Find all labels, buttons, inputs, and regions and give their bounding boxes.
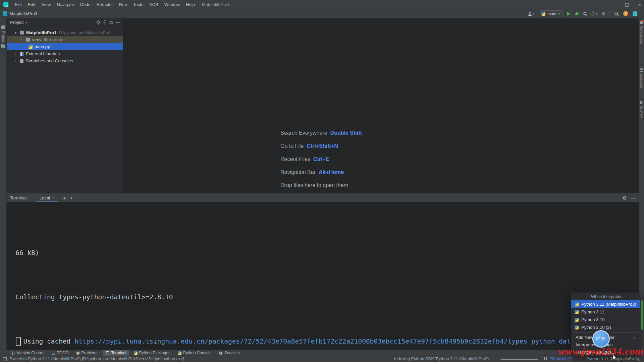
minimize-tool-window-button[interactable]: —: [631, 195, 636, 200]
project-tab[interactable]: MatplotlibPro3: [0, 11, 37, 16]
terminal-output[interactable]: 66 kB) Collecting types-python-dateutil>…: [7, 202, 639, 350]
services-toolwindow-button[interactable]: Services: [216, 350, 243, 356]
project-stripe-button[interactable]: Project: [0, 25, 6, 48]
hint-shortcut-link[interactable]: Alt+Home: [319, 169, 344, 175]
interpreter-option[interactable]: Python 3.10: [571, 316, 640, 323]
services-icon: [219, 351, 223, 355]
menu-item[interactable]: Refactor: [94, 0, 116, 9]
menu-item[interactable]: Code: [77, 0, 94, 9]
maximize-button[interactable]: □: [625, 2, 629, 7]
project-panel-title[interactable]: Project: [10, 20, 23, 25]
locate-file-button[interactable]: [96, 20, 101, 24]
menu-item[interactable]: File: [12, 0, 25, 9]
menu-item[interactable]: Edit: [25, 0, 38, 9]
status-switch-hint[interactable]: Switch to Python 3.11 (MatplotlibPro3) […: [10, 357, 184, 361]
update-available-icon[interactable]: ↑: [623, 11, 628, 16]
collapsed-chevron-icon: ›: [15, 59, 20, 63]
terminal-icon: [106, 351, 109, 355]
pycharm-window: FileEditViewNavigateCodeRefactorRunTools…: [0, 0, 644, 362]
hide-panel-button[interactable]: —: [115, 20, 120, 25]
pause-indexing-icon[interactable]: [544, 357, 547, 360]
menu-item[interactable]: Help: [183, 0, 198, 9]
database-icon: [640, 68, 643, 72]
project-stripe-label: Project: [1, 31, 5, 43]
collapsed-chevron-icon: ›: [21, 38, 26, 42]
toolbar-separator: [609, 11, 610, 16]
run-configuration-label: main: [547, 11, 556, 16]
interpreter-option-selected[interactable]: Python 3.11 (MatplotlibPro3): [571, 300, 640, 308]
python-file-icon: [28, 45, 33, 49]
code-with-me-button[interactable]: ▾: [528, 12, 535, 16]
editor-area: Search EverywhereDouble Shift Go to File…: [123, 18, 639, 195]
run-button[interactable]: [567, 12, 570, 16]
project-tab-label: MatplotlibPro3: [9, 11, 37, 16]
stop-button[interactable]: [602, 12, 605, 15]
gear-icon[interactable]: [109, 20, 113, 24]
tree-item-venv[interactable]: › venv library root: [7, 36, 123, 43]
submenu-arrow-icon: ›: [634, 335, 635, 340]
menu-item[interactable]: Tools: [130, 0, 146, 9]
main-toolbar: MatplotlibPro3 ▾ main ▾ C: [0, 9, 644, 18]
menu-item[interactable]: Window: [161, 0, 183, 9]
debug-button[interactable]: [575, 11, 579, 16]
interpreter-option[interactable]: Python 3.10 (2): [571, 323, 640, 331]
notifications-stripe-button[interactable]: Notifications: [639, 21, 644, 44]
tree-item-main-py[interactable]: main.py: [7, 43, 123, 50]
menu-item[interactable]: Navigate: [54, 0, 77, 9]
tree-item-scratches[interactable]: › Scratches and Consoles: [7, 57, 123, 64]
user-icon: [528, 12, 532, 16]
menu-item[interactable]: Run: [116, 0, 130, 9]
python-packages-toolwindow-button[interactable]: Python Packages: [131, 350, 173, 356]
terminal-link[interactable]: https://pypi.tuna.tsinghua.edu.cn/packag…: [74, 338, 626, 345]
collapse-all-button[interactable]: [103, 20, 107, 24]
hint-shortcut-link[interactable]: Double Shift: [330, 130, 362, 136]
terminal-tab-local[interactable]: Local ×: [37, 193, 58, 202]
problems-icon: [76, 351, 80, 355]
sciview-stripe-button[interactable]: SciView: [639, 101, 644, 118]
python-icon: [575, 302, 579, 306]
menu-item[interactable]: View: [38, 0, 54, 9]
problems-toolwindow-button[interactable]: Problems: [73, 350, 101, 356]
python-icon: [134, 351, 138, 355]
folder-icon: [1, 45, 5, 48]
new-terminal-button[interactable]: +: [63, 195, 66, 201]
version-control-toolwindow-button[interactable]: Version Control: [9, 350, 47, 356]
hint-label: Navigation Bar: [280, 169, 316, 175]
show-all-link[interactable]: Show all (2): [550, 357, 573, 361]
app-logo-icon[interactable]: [3, 2, 8, 7]
todo-toolwindow-button[interactable]: TODO: [49, 350, 71, 356]
ide-promo-icon[interactable]: [633, 11, 637, 16]
run-with-coverage-button[interactable]: C: [583, 11, 586, 16]
terminal-title: Terminal:: [10, 195, 28, 200]
hint-shortcut-link[interactable]: Ctrl+E: [313, 156, 329, 162]
profiler-button[interactable]: ▾: [590, 11, 597, 16]
terminal-toolwindow-button[interactable]: Terminal: [103, 350, 129, 356]
empty-editor-hints: Search EverywhereDouble Shift Go to File…: [280, 130, 362, 195]
vcs-branch-icon: [11, 351, 15, 355]
terminal-settings-gear-icon[interactable]: [622, 196, 627, 200]
menu-item[interactable]: VCS: [146, 0, 161, 9]
mouse-cursor: [612, 355, 617, 361]
terminal-line: Collecting types-python-dateutil>=2.8.10: [15, 292, 626, 303]
database-stripe-button[interactable]: Database: [639, 68, 644, 88]
hint-label: Search Everywhere: [280, 130, 327, 136]
chevron-down-icon[interactable]: ▾: [25, 21, 27, 24]
terminal-dropdown-icon[interactable]: ▾: [71, 196, 72, 200]
popup-title: Python Interpreter: [571, 293, 640, 300]
status-square-icon: [3, 357, 7, 361]
search-everywhere-button[interactable]: [614, 11, 619, 16]
hint-shortcut-link[interactable]: Ctrl+Shift+N: [307, 143, 338, 149]
tree-item-external-libraries[interactable]: › External Libraries: [7, 50, 123, 57]
titlebar-project-name: MatplotlibPro3: [202, 2, 230, 7]
tab-close-icon[interactable]: ×: [52, 196, 55, 200]
indexing-progress-bar: [500, 359, 538, 360]
watermark: www.java1234.com: [558, 346, 643, 357]
python-console-toolwindow-button[interactable]: Python Console: [175, 350, 214, 356]
interpreter-option[interactable]: Python 3.11: [571, 308, 640, 316]
project-stripe-icon: [1, 25, 5, 29]
run-configuration-selector[interactable]: main ▾: [539, 10, 562, 17]
close-button[interactable]: ×: [638, 2, 641, 7]
tree-item-project-root[interactable]: ▾ MatplotlibPro1 D:\python_pro\Matplotli…: [7, 29, 123, 36]
chevron-down-icon: ▾: [596, 12, 597, 15]
minimize-button[interactable]: –: [614, 2, 616, 7]
